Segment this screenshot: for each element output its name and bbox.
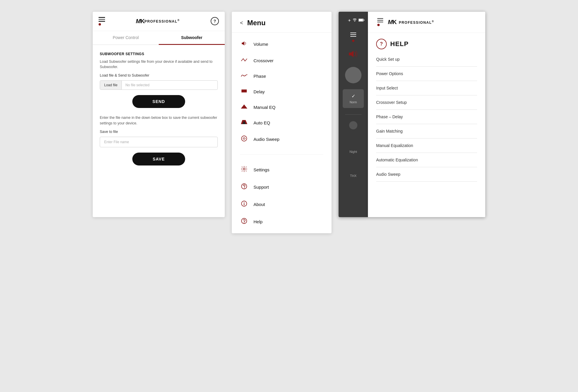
airplane-icon: ✈ xyxy=(348,18,351,23)
battery-icon xyxy=(359,18,364,23)
svg-point-12 xyxy=(354,21,355,22)
menu-item-volume[interactable]: Volume xyxy=(232,36,332,53)
card-label-thx: THX xyxy=(350,174,356,178)
menu-item-audio-sweep[interactable]: Audio Sweep xyxy=(232,131,332,148)
delay-icon xyxy=(240,89,248,95)
settings-title: SUBWOOFER SETTINGS xyxy=(100,52,218,56)
load-sub-label: Load file & Send to Subwoofer xyxy=(100,73,218,77)
menu-item-label-auto-eq: Auto EQ xyxy=(253,120,270,125)
help-item-crossover-setup[interactable]: Crossover Setup xyxy=(376,95,477,110)
help-item-audio-sweep[interactable]: Audio Sweep xyxy=(376,167,477,182)
about-icon xyxy=(240,200,248,208)
check-icon: ✓ xyxy=(351,93,355,99)
menu-item-support[interactable]: Support xyxy=(232,178,332,196)
help-item-manual-eq[interactable]: Manual Equalization xyxy=(376,138,477,153)
file-name-input[interactable] xyxy=(100,137,218,147)
wifi-icon xyxy=(353,18,357,23)
menu-panel: < Menu Volume Crossover xyxy=(232,12,332,233)
svg-rect-14 xyxy=(359,19,363,21)
tab-power-control[interactable]: Power Control xyxy=(93,31,159,45)
menu-item-settings[interactable]: Settings xyxy=(232,161,332,178)
menu-item-help[interactable]: Help xyxy=(232,213,332,230)
save-button[interactable]: SAVE xyxy=(132,153,185,165)
mobile-panel-group: ✈ xyxy=(339,12,485,217)
menu-item-label-volume: Volume xyxy=(253,42,268,47)
svg-marker-1 xyxy=(241,104,247,109)
menu-title: Menu xyxy=(247,19,266,27)
load-description: Load Subwoofer settings file from your d… xyxy=(100,59,218,70)
menu-item-about[interactable]: About xyxy=(232,196,332,213)
help-item-phase-delay[interactable]: Phase – Delay xyxy=(376,110,477,124)
menu-item-label-audio-sweep: Audio Sweep xyxy=(253,137,279,142)
menu-divider xyxy=(240,154,323,155)
menu-item-phase[interactable]: Phase xyxy=(232,68,332,84)
brand-logo: MK PROFESSIONAL® xyxy=(136,18,180,25)
menu-item-label-about: About xyxy=(253,202,265,207)
menu-item-manual-eq[interactable]: Manual EQ xyxy=(232,99,332,115)
back-button[interactable]: < xyxy=(240,20,243,26)
svg-point-4 xyxy=(241,136,247,141)
help-item-quick-setup[interactable]: Quick Set up xyxy=(376,52,477,67)
file-placeholder: No file selected xyxy=(122,81,217,89)
sidebar-dot-button[interactable] xyxy=(349,121,357,129)
help-title: HELP xyxy=(390,40,409,48)
menu-item-label-phase: Phase xyxy=(253,74,266,79)
hamburger-menu[interactable] xyxy=(99,17,105,26)
help-icon xyxy=(240,218,248,226)
tabs: Power Control Subwoofer xyxy=(93,31,225,45)
help-button[interactable]: ? xyxy=(211,17,219,25)
help-header: ? HELP xyxy=(368,33,485,52)
brand-name: PROFESSIONAL® xyxy=(144,19,180,23)
sidebar-card-norm[interactable]: ✓ Norm xyxy=(343,89,364,108)
help-item-power-options[interactable]: Power Options xyxy=(376,67,477,81)
help-item-input-select[interactable]: Input Select xyxy=(376,81,477,95)
svg-point-7 xyxy=(244,188,245,188)
menu-item-label-help: Help xyxy=(253,219,263,224)
help-panel: MK PROFESSIONAL® ? HELP Quick Set up Pow… xyxy=(368,12,485,217)
send-button[interactable]: SEND xyxy=(132,95,185,108)
panel4-hamburger[interactable] xyxy=(376,17,384,27)
svg-point-6 xyxy=(241,184,247,189)
menu-item-auto-eq[interactable]: Auto EQ xyxy=(232,115,332,131)
help-item-auto-eq[interactable]: Automatic Equalization xyxy=(376,153,477,167)
svg-rect-15 xyxy=(364,20,365,21)
svg-point-9 xyxy=(244,202,244,203)
sidebar-speaker-icon[interactable] xyxy=(348,49,358,61)
tab-subwoofer[interactable]: Subwoofer xyxy=(159,31,225,45)
menu-item-label-support: Support xyxy=(253,185,269,190)
panel4-header: MK PROFESSIONAL® xyxy=(368,12,485,33)
menu-item-delay[interactable]: Delay xyxy=(232,84,332,99)
help-list: Quick Set up Power Options Input Select … xyxy=(368,52,485,182)
card-label-night: Night xyxy=(349,150,357,153)
audio-sweep-icon xyxy=(240,135,248,143)
file-row: Load file No file selected xyxy=(100,80,218,90)
help-item-gain-matching[interactable]: Gain Matching xyxy=(376,124,477,138)
svg-rect-0 xyxy=(241,89,247,92)
save-description: Enter the file name in the down below bo… xyxy=(100,115,218,126)
manual-eq-icon xyxy=(240,104,248,110)
save-sub-label: Save to file xyxy=(100,130,218,134)
sidebar-hamburger[interactable] xyxy=(349,31,357,38)
subwoofer-panel: MK PROFESSIONAL® ? Power Control Subwoof… xyxy=(93,12,225,217)
sidebar-avatar xyxy=(345,67,361,83)
settings-icon xyxy=(240,166,248,174)
menu-item-crossover[interactable]: Crossover xyxy=(232,53,332,68)
menu-item-label-settings: Settings xyxy=(253,167,269,172)
panel4-brand-name: PROFESSIONAL® xyxy=(399,20,434,25)
card-label-norm: Norm xyxy=(350,101,357,104)
dark-sidebar: ✈ xyxy=(339,12,368,217)
help-icon: ? xyxy=(376,39,387,49)
menu-item-label-manual-eq: Manual EQ xyxy=(253,105,276,110)
crossover-icon xyxy=(240,58,248,64)
volume-icon xyxy=(240,40,248,48)
load-file-button[interactable]: Load file xyxy=(100,81,122,89)
sidebar-red-dot xyxy=(352,40,354,42)
svg-point-11 xyxy=(244,223,244,223)
support-icon xyxy=(240,183,248,191)
auto-eq-icon xyxy=(240,120,248,126)
menu-item-label-crossover: Crossover xyxy=(253,58,273,63)
menu-item-label-delay: Delay xyxy=(253,89,265,94)
menu-header: < Menu xyxy=(232,12,332,33)
menu-items: Volume Crossover Phase xyxy=(232,33,332,233)
phase-icon xyxy=(240,73,248,79)
